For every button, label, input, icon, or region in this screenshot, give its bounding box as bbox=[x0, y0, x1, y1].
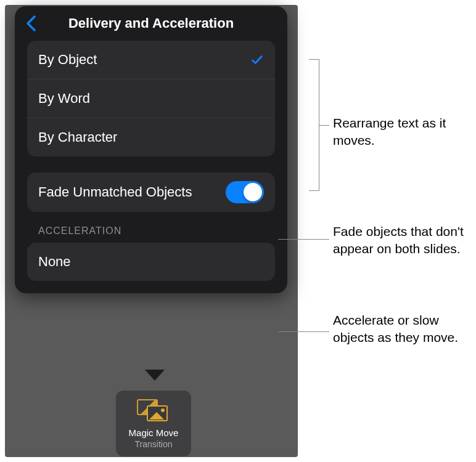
delivery-option-by-character[interactable]: By Character bbox=[27, 118, 275, 156]
popover-arrow bbox=[145, 370, 165, 381]
fade-unmatched-row: Fade Unmatched Objects bbox=[27, 172, 275, 212]
callout-lead bbox=[278, 331, 329, 332]
delivery-option-by-object[interactable]: By Object bbox=[27, 41, 275, 79]
callout-text: Fade objects that don't appear on both s… bbox=[333, 224, 464, 256]
popover-content: By Object By Word By Character Fade Unma… bbox=[15, 41, 287, 293]
callout-text: Accelerate or slow objects as they move. bbox=[333, 313, 458, 344]
callout-bracket bbox=[313, 59, 319, 191]
fade-toggle-label: Fade Unmatched Objects bbox=[38, 184, 226, 201]
callout-delivery: Rearrange text as it moves. bbox=[333, 115, 469, 150]
fade-group: Fade Unmatched Objects bbox=[27, 172, 275, 212]
switch-knob bbox=[244, 183, 262, 201]
transition-title: Magic Move bbox=[121, 428, 186, 438]
callout-lead bbox=[319, 125, 329, 126]
option-label: By Character bbox=[38, 129, 117, 145]
option-label: By Word bbox=[38, 91, 90, 107]
fade-unmatched-toggle[interactable] bbox=[226, 181, 264, 203]
callout-tick bbox=[309, 59, 314, 60]
acceleration-section-header: ACCELERATION bbox=[27, 212, 275, 243]
callout-accel: Accelerate or slow objects as they move. bbox=[333, 312, 469, 347]
delivery-group: By Object By Word By Character bbox=[27, 41, 275, 156]
callout-tick bbox=[309, 190, 314, 191]
transition-subtitle: Transition bbox=[121, 439, 186, 449]
chevron-left-icon bbox=[25, 15, 39, 32]
callout-fade: Fade objects that don't appear on both s… bbox=[333, 223, 469, 258]
acceleration-group: None bbox=[27, 243, 275, 281]
callout-lead bbox=[278, 239, 329, 240]
option-label: By Object bbox=[38, 52, 97, 68]
delivery-acceleration-popover: Delivery and Acceleration By Object By W… bbox=[15, 6, 287, 293]
popover-nav: Delivery and Acceleration bbox=[15, 6, 287, 41]
option-label: None bbox=[38, 254, 71, 270]
acceleration-option-none[interactable]: None bbox=[27, 243, 275, 281]
callout-text: Rearrange text as it moves. bbox=[333, 116, 446, 147]
magic-move-icon bbox=[137, 399, 170, 423]
checkmark-icon bbox=[250, 53, 264, 67]
back-button[interactable] bbox=[25, 15, 39, 32]
transition-thumbnail[interactable]: Magic Move Transition bbox=[116, 391, 191, 456]
delivery-option-by-word[interactable]: By Word bbox=[27, 79, 275, 118]
popover-title: Delivery and Acceleration bbox=[68, 15, 234, 31]
